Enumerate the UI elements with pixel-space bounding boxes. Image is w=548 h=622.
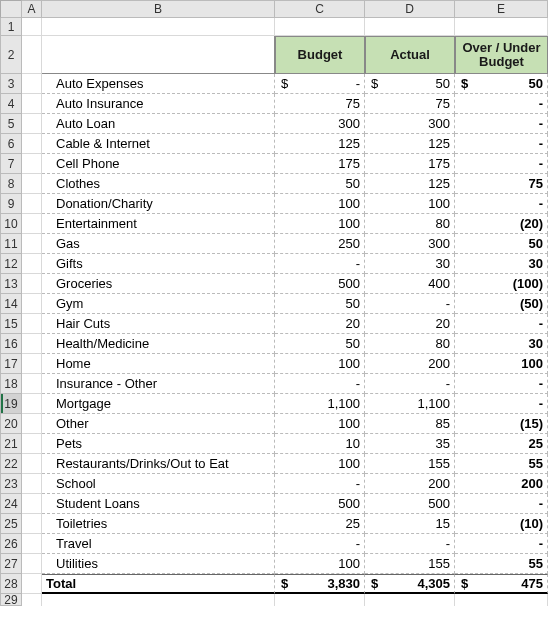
budget-cell[interactable]: 100 xyxy=(275,194,365,214)
diff-cell[interactable]: - xyxy=(455,534,548,554)
diff-cell[interactable]: 25 xyxy=(455,434,548,454)
budget-cell[interactable]: $- xyxy=(275,74,365,94)
actual-cell[interactable]: 30 xyxy=(365,254,455,274)
actual-cell[interactable]: 35 xyxy=(365,434,455,454)
row-header[interactable]: 16 xyxy=(0,334,22,354)
cell[interactable] xyxy=(22,314,42,334)
category-cell[interactable]: Student Loans xyxy=(42,494,275,514)
budget-cell[interactable]: 1,100 xyxy=(275,394,365,414)
budget-cell[interactable]: 20 xyxy=(275,314,365,334)
category-cell[interactable]: Auto Loan xyxy=(42,114,275,134)
category-cell[interactable]: Health/Medicine xyxy=(42,334,275,354)
cell[interactable] xyxy=(22,174,42,194)
diff-cell[interactable]: - xyxy=(455,374,548,394)
actual-cell[interactable]: 75 xyxy=(365,94,455,114)
diff-cell[interactable]: 200 xyxy=(455,474,548,494)
cell[interactable] xyxy=(22,434,42,454)
category-cell[interactable]: Gas xyxy=(42,234,275,254)
diff-cell[interactable]: - xyxy=(455,154,548,174)
row-header[interactable]: 20 xyxy=(0,414,22,434)
actual-cell[interactable]: - xyxy=(365,374,455,394)
cell[interactable] xyxy=(22,36,42,74)
actual-cell[interactable]: 300 xyxy=(365,114,455,134)
cell[interactable] xyxy=(22,154,42,174)
cell[interactable] xyxy=(22,134,42,154)
category-cell[interactable]: Groceries xyxy=(42,274,275,294)
cell[interactable] xyxy=(22,334,42,354)
budget-cell[interactable]: 100 xyxy=(275,554,365,574)
category-cell[interactable]: Gym xyxy=(42,294,275,314)
select-all-corner[interactable] xyxy=(0,0,22,18)
cell[interactable] xyxy=(22,94,42,114)
budget-cell[interactable]: 100 xyxy=(275,354,365,374)
actual-cell[interactable]: 125 xyxy=(365,134,455,154)
cell[interactable] xyxy=(275,18,365,36)
cell[interactable] xyxy=(22,354,42,374)
row-header[interactable]: 5 xyxy=(0,114,22,134)
category-cell[interactable]: Donation/Charity xyxy=(42,194,275,214)
actual-cell[interactable]: 80 xyxy=(365,334,455,354)
row-header[interactable]: 1 xyxy=(0,18,22,36)
budget-cell[interactable]: 175 xyxy=(275,154,365,174)
total-diff[interactable]: $475 xyxy=(455,574,548,594)
budget-cell[interactable]: 50 xyxy=(275,174,365,194)
budget-cell[interactable]: 500 xyxy=(275,274,365,294)
budget-cell[interactable]: - xyxy=(275,474,365,494)
diff-cell[interactable]: (20) xyxy=(455,214,548,234)
cell[interactable] xyxy=(22,194,42,214)
diff-cell[interactable]: (10) xyxy=(455,514,548,534)
cell[interactable] xyxy=(22,494,42,514)
cell[interactable] xyxy=(22,254,42,274)
col-header-D[interactable]: D xyxy=(365,0,455,18)
diff-cell[interactable]: 100 xyxy=(455,354,548,374)
row-header[interactable]: 6 xyxy=(0,134,22,154)
cell[interactable] xyxy=(42,18,275,36)
category-cell[interactable]: Cell Phone xyxy=(42,154,275,174)
total-actual[interactable]: $4,305 xyxy=(365,574,455,594)
category-cell[interactable]: Entertainment xyxy=(42,214,275,234)
budget-cell[interactable]: 300 xyxy=(275,114,365,134)
row-header[interactable]: 25 xyxy=(0,514,22,534)
cell[interactable] xyxy=(42,594,275,606)
col-header-E[interactable]: E xyxy=(455,0,548,18)
budget-cell[interactable]: 50 xyxy=(275,294,365,314)
spreadsheet-grid[interactable]: ABCDE12BudgetActualOver / Under Budget3A… xyxy=(0,0,548,606)
cell[interactable] xyxy=(455,18,548,36)
row-header[interactable]: 12 xyxy=(0,254,22,274)
budget-cell[interactable]: 50 xyxy=(275,334,365,354)
row-header[interactable]: 27 xyxy=(0,554,22,574)
cell[interactable] xyxy=(22,574,42,594)
row-header[interactable]: 23 xyxy=(0,474,22,494)
category-cell[interactable]: Other xyxy=(42,414,275,434)
actual-cell[interactable]: $50 xyxy=(365,74,455,94)
actual-cell[interactable]: 125 xyxy=(365,174,455,194)
actual-cell[interactable]: 155 xyxy=(365,454,455,474)
category-cell[interactable]: Home xyxy=(42,354,275,374)
cell[interactable] xyxy=(22,454,42,474)
budget-cell[interactable]: 100 xyxy=(275,214,365,234)
category-cell[interactable]: Restaurants/Drinks/Out to Eat xyxy=(42,454,275,474)
budget-cell[interactable]: 75 xyxy=(275,94,365,114)
diff-cell[interactable]: - xyxy=(455,394,548,414)
header-overunder[interactable]: Over / Under Budget xyxy=(455,36,548,74)
actual-cell[interactable]: - xyxy=(365,534,455,554)
row-header[interactable]: 17 xyxy=(0,354,22,374)
actual-cell[interactable]: 85 xyxy=(365,414,455,434)
category-cell[interactable]: Gifts xyxy=(42,254,275,274)
diff-cell[interactable]: - xyxy=(455,494,548,514)
diff-cell[interactable]: - xyxy=(455,314,548,334)
actual-cell[interactable]: 20 xyxy=(365,314,455,334)
row-header[interactable]: 14 xyxy=(0,294,22,314)
cell[interactable] xyxy=(365,594,455,606)
actual-cell[interactable]: - xyxy=(365,294,455,314)
cell[interactable] xyxy=(22,234,42,254)
budget-cell[interactable]: 100 xyxy=(275,454,365,474)
diff-cell[interactable]: - xyxy=(455,114,548,134)
category-cell[interactable]: Clothes xyxy=(42,174,275,194)
row-header[interactable]: 7 xyxy=(0,154,22,174)
diff-cell[interactable]: - xyxy=(455,94,548,114)
cell[interactable] xyxy=(42,36,275,74)
header-actual[interactable]: Actual xyxy=(365,36,455,74)
actual-cell[interactable]: 1,100 xyxy=(365,394,455,414)
actual-cell[interactable]: 100 xyxy=(365,194,455,214)
